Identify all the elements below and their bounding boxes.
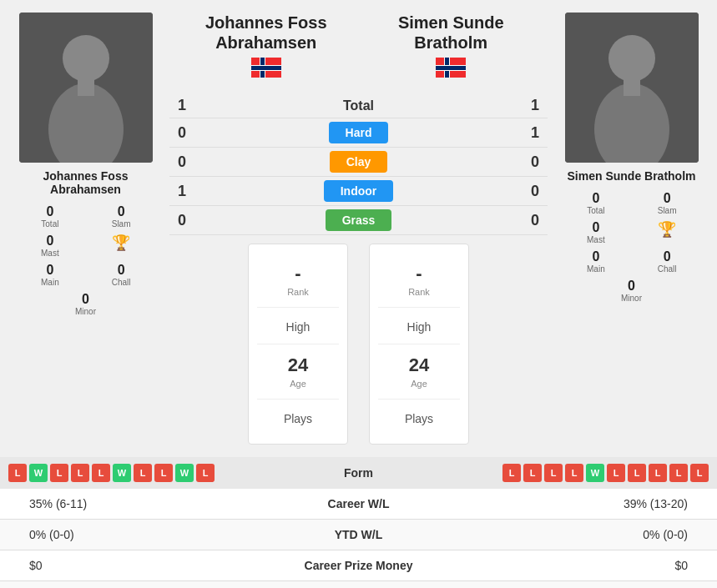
main-container: Johannes Foss Abrahamsen 0 Total 0 Slam … xyxy=(0,0,717,588)
ytd-titles-row: 0 YTD Titles 0 xyxy=(0,581,717,588)
form-badge-l: L xyxy=(502,464,521,482)
player1-info-card: - Rank High 24 Age Plays xyxy=(248,244,348,445)
clay-label: Clay xyxy=(194,151,523,173)
player1-trophy-icon: 🏆 xyxy=(87,232,156,259)
svg-point-1 xyxy=(63,35,109,82)
clay-right: 0 xyxy=(523,153,548,171)
player1-career-wl: 35% (6-11) xyxy=(13,497,179,510)
player1-flag xyxy=(251,58,281,78)
player1-high-section: High xyxy=(257,308,339,344)
total-label: Total xyxy=(194,98,523,113)
form-section: LWLLLWLLWL Form LLLLWLLLLL xyxy=(0,457,717,489)
hard-left: 0 xyxy=(169,124,194,142)
middle-row: - Rank High 24 Age Plays xyxy=(169,244,548,445)
form-badge-l: L xyxy=(71,464,89,482)
ytd-wl-label: YTD W/L xyxy=(179,528,538,541)
player1-career-prize: $0 xyxy=(13,559,179,572)
player2-career-wl: 39% (13-20) xyxy=(538,497,704,510)
ytd-wl-row: 0% (0-0) YTD W/L 0% (0-0) xyxy=(0,520,717,550)
total-row: 1 Total 1 xyxy=(169,93,548,118)
grass-left: 0 xyxy=(169,212,194,229)
player2-main-stat: 0 Main xyxy=(561,248,630,275)
player2-career-prize: $0 xyxy=(538,559,704,572)
indoor-label: Indoor xyxy=(194,180,523,202)
player2-high-section: High xyxy=(378,308,460,344)
player-right: Simen Sunde Bratholm 0 Total 0 Slam 0 Ma… xyxy=(554,13,709,445)
hard-button[interactable]: Hard xyxy=(329,122,389,143)
form-badge-l: L xyxy=(669,464,688,482)
indoor-right: 0 xyxy=(523,183,548,200)
player2-total-stat: 0 Total xyxy=(561,189,630,217)
center-section: Johannes FossAbrahamsen Simen SundeBrath… xyxy=(169,13,548,445)
form-badge-l: L xyxy=(523,464,542,482)
clay-left: 0 xyxy=(169,153,194,171)
player2-stats: 0 Total 0 Slam 0 Mast 🏆 0 Main xyxy=(554,189,709,304)
player1-total-stat: 0 Total xyxy=(15,203,84,230)
form-badge-l: L xyxy=(628,464,646,482)
form-badge-l: L xyxy=(92,464,110,482)
svg-rect-3 xyxy=(78,79,94,96)
form-badge-l: L xyxy=(50,464,68,482)
player2-plays-section: Plays xyxy=(378,400,460,435)
hard-row: 0 Hard 1 xyxy=(169,118,548,148)
form-badge-l: L xyxy=(649,464,667,482)
grass-button[interactable]: Grass xyxy=(326,209,392,231)
hard-right: 1 xyxy=(523,124,548,142)
player2-chall-stat: 0 Chall xyxy=(633,248,702,275)
form-badge-w: W xyxy=(29,464,48,482)
form-badge-w: W xyxy=(586,464,604,482)
form-label: Form xyxy=(215,466,502,480)
grass-row: 0 Grass 0 xyxy=(169,206,548,235)
player1-form-badges: LWLLLWLLWL xyxy=(8,464,215,482)
grass-label: Grass xyxy=(194,209,523,231)
player2-flag xyxy=(436,58,466,78)
player2-minor-stat: 0 Minor xyxy=(597,277,666,304)
svg-point-5 xyxy=(608,35,655,82)
player2-rank-section: - Rank xyxy=(378,253,460,308)
player1-plays-section: Plays xyxy=(257,400,339,435)
player2-name: Simen Sunde Bratholm xyxy=(567,169,695,183)
form-badge-l: L xyxy=(565,464,583,482)
grass-right: 0 xyxy=(523,212,548,229)
player1-stats: 0 Total 0 Slam 0 Mast 🏆 0 Main xyxy=(8,203,163,318)
player2-slam-stat: 0 Slam xyxy=(633,189,702,217)
player2-name-top: Simen SundeBratholm xyxy=(359,13,544,53)
player2-form-badges: LLLLWLLLLL xyxy=(502,464,709,482)
form-badge-l: L xyxy=(607,464,625,482)
svg-rect-7 xyxy=(624,79,640,96)
form-badge-w: W xyxy=(175,464,194,482)
indoor-row: 1 Indoor 0 xyxy=(169,177,548,206)
comparison-rows: 1 Total 1 0 Hard 1 0 xyxy=(169,93,548,235)
form-badge-l: L xyxy=(196,464,215,482)
form-badge-l: L xyxy=(690,464,709,482)
player1-mast-stat: 0 Mast xyxy=(15,232,84,259)
career-wl-label: Career W/L xyxy=(179,497,538,510)
clay-row: 0 Clay 0 xyxy=(169,148,548,177)
indoor-button[interactable]: Indoor xyxy=(324,180,394,202)
form-badge-w: W xyxy=(113,464,131,482)
total-left: 1 xyxy=(169,97,194,114)
form-badge-l: L xyxy=(134,464,152,482)
player2-mast-stat: 0 Mast xyxy=(561,219,630,246)
player1-main-stat: 0 Main xyxy=(15,261,84,289)
player1-chall-stat: 0 Chall xyxy=(87,261,156,289)
player1-minor-stat: 0 Minor xyxy=(51,290,120,318)
clay-button[interactable]: Clay xyxy=(330,151,388,173)
players-section: Johannes Foss Abrahamsen 0 Total 0 Slam … xyxy=(0,0,717,457)
form-badge-l: L xyxy=(544,464,563,482)
player1-avatar xyxy=(19,13,153,163)
player1-slam-stat: 0 Slam xyxy=(87,203,156,230)
career-prize-row: $0 Career Prize Money $0 xyxy=(0,550,717,581)
player1-ytd-wl: 0% (0-0) xyxy=(13,528,179,541)
player1-name: Johannes Foss Abrahamsen xyxy=(8,169,163,196)
form-badge-l: L xyxy=(8,464,27,482)
player2-avatar xyxy=(565,13,699,163)
player2-ytd-wl: 0% (0-0) xyxy=(538,528,704,541)
player1-name-top: Johannes FossAbrahamsen xyxy=(174,13,359,53)
player2-trophy-icon: 🏆 xyxy=(633,219,702,246)
player-left: Johannes Foss Abrahamsen 0 Total 0 Slam … xyxy=(8,13,163,445)
indoor-left: 1 xyxy=(169,183,194,200)
hard-label: Hard xyxy=(194,122,523,143)
form-badge-l: L xyxy=(154,464,173,482)
player1-rank-section: - Rank xyxy=(257,253,339,308)
